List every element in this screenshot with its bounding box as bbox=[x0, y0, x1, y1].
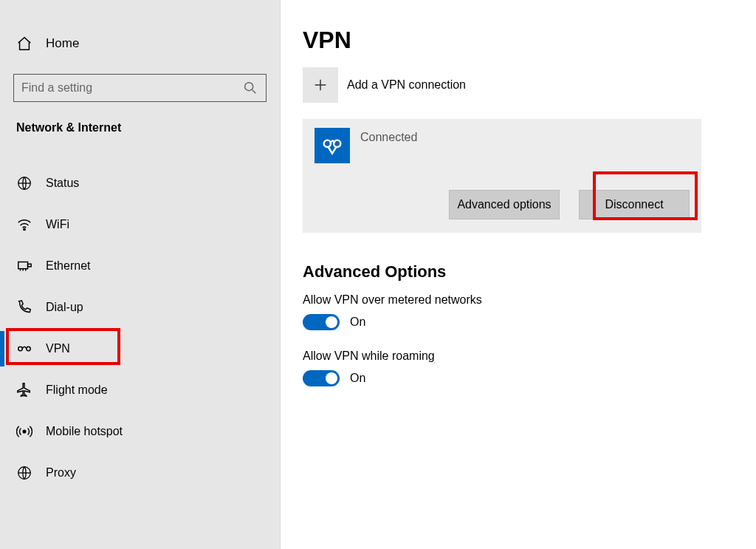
svg-point-10 bbox=[334, 140, 340, 147]
svg-point-6 bbox=[27, 347, 31, 351]
plus-icon bbox=[312, 77, 329, 93]
sidebar-item-label: WiFi bbox=[46, 218, 69, 231]
add-vpn-label: Add a VPN connection bbox=[347, 78, 466, 92]
svg-point-0 bbox=[245, 83, 253, 91]
main-panel: VPN Add a VPN connection Connected bbox=[281, 0, 756, 549]
option-label: Allow VPN while roaming bbox=[303, 349, 734, 363]
toggle-metered[interactable] bbox=[303, 314, 340, 330]
phone-icon bbox=[16, 299, 32, 316]
sidebar-item-label: Flight mode bbox=[46, 383, 108, 397]
sidebar-item-wifi[interactable]: WiFi bbox=[0, 204, 280, 245]
sidebar-item-label: VPN bbox=[46, 342, 70, 355]
svg-point-5 bbox=[18, 347, 23, 351]
sidebar-item-label: Dial-up bbox=[46, 301, 83, 314]
vpn-connection-status: Connected bbox=[360, 131, 417, 144]
option-label: Allow VPN over metered networks bbox=[303, 293, 734, 307]
sidebar-nav: Status WiFi Ethernet bbox=[0, 163, 280, 494]
vpn-connection-card[interactable]: Connected Advanced options Disconnect bbox=[303, 119, 701, 233]
wifi-icon bbox=[16, 216, 32, 233]
sidebar-item-label: Proxy bbox=[46, 466, 76, 480]
sidebar-item-dialup[interactable]: Dial-up bbox=[0, 287, 280, 328]
airplane-icon bbox=[16, 382, 32, 398]
sidebar-item-flightmode[interactable]: Flight mode bbox=[0, 369, 280, 411]
toggle-state: On bbox=[350, 316, 365, 329]
search-icon bbox=[242, 80, 258, 96]
toggle-roaming[interactable] bbox=[303, 370, 340, 386]
sidebar-item-ethernet[interactable]: Ethernet bbox=[0, 245, 280, 287]
sidebar-section-title: Network & Internet bbox=[0, 121, 280, 140]
toggle-state: On bbox=[350, 372, 365, 385]
vpn-connection-header: Connected bbox=[315, 128, 690, 163]
sidebar-item-vpn[interactable]: VPN bbox=[0, 328, 280, 369]
svg-point-9 bbox=[324, 140, 331, 147]
proxy-globe-icon bbox=[16, 465, 32, 481]
option-metered: Allow VPN over metered networks On bbox=[303, 293, 734, 330]
hotspot-icon bbox=[16, 423, 32, 440]
page-title: VPN bbox=[303, 27, 734, 54]
vpn-provider-icon bbox=[320, 134, 344, 157]
sidebar-item-proxy[interactable]: Proxy bbox=[0, 452, 280, 494]
option-roaming: Allow VPN while roaming On bbox=[303, 349, 734, 386]
home-icon bbox=[16, 35, 32, 52]
sidebar-home[interactable]: Home bbox=[0, 30, 280, 58]
vpn-provider-tile bbox=[315, 128, 350, 163]
svg-rect-4 bbox=[28, 264, 32, 267]
sidebar-home-label: Home bbox=[46, 36, 79, 51]
settings-sidebar: Home Network & Internet Status bbox=[0, 0, 281, 549]
advanced-options-heading: Advanced Options bbox=[303, 262, 734, 282]
sidebar-item-hotspot[interactable]: Mobile hotspot bbox=[0, 411, 280, 452]
sidebar-item-label: Mobile hotspot bbox=[46, 425, 123, 438]
svg-point-2 bbox=[24, 228, 25, 230]
sidebar-item-status[interactable]: Status bbox=[0, 163, 280, 204]
globe-icon bbox=[16, 175, 32, 191]
search-input-wrap[interactable] bbox=[13, 74, 267, 102]
advanced-options-button[interactable]: Advanced options bbox=[449, 190, 560, 219]
add-vpn-connection[interactable]: Add a VPN connection bbox=[303, 67, 734, 103]
plus-icon-tile bbox=[303, 67, 338, 103]
disconnect-button[interactable]: Disconnect bbox=[579, 190, 690, 219]
vpn-icon bbox=[16, 341, 32, 357]
ethernet-icon bbox=[16, 258, 32, 274]
sidebar-item-label: Status bbox=[46, 177, 79, 190]
svg-rect-3 bbox=[18, 262, 28, 269]
search-input[interactable] bbox=[21, 81, 242, 95]
svg-point-7 bbox=[23, 430, 26, 433]
sidebar-item-label: Ethernet bbox=[46, 259, 90, 273]
